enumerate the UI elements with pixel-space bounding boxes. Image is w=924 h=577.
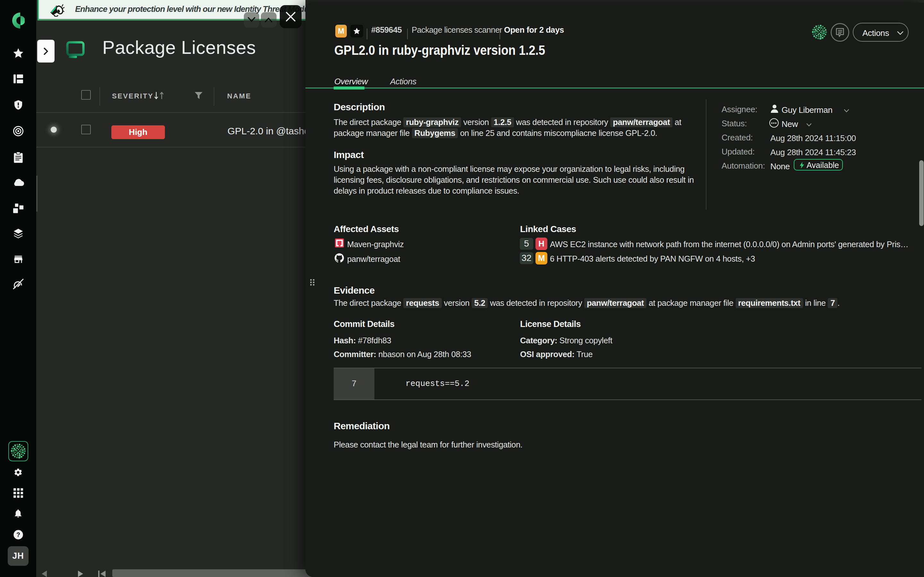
svg-text:?: ? xyxy=(16,532,20,538)
